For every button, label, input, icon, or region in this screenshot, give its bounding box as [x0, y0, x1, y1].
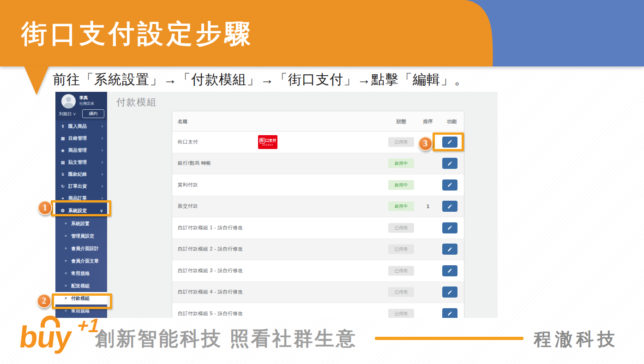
edit-button[interactable] [442, 222, 457, 233]
footer-divider-line [375, 337, 524, 340]
sidebar-item-label: 貼文管理 [68, 156, 87, 168]
double-chevron-icon: » [65, 280, 67, 292]
logo-word: buy [18, 319, 72, 354]
double-chevron-icon: » [65, 255, 67, 267]
submenu-item-admin-settings[interactable]: » 管理員設定 [55, 230, 107, 242]
sidebar-item-catalog[interactable]: ▦ 目錄管理 › [55, 132, 107, 144]
user-role: 社團賣家 [79, 101, 94, 106]
instruction-text: 前往「系統設置」→「付款模組」→「街口支付」→點擊「編輯」。 [53, 71, 468, 89]
table-row-bank-transfer: 銀行/郵局 轉帳 啟用中 [172, 153, 464, 175]
renew-button[interactable]: 續約 [82, 109, 104, 118]
table-row-custom-4: 自訂付款模組 4 - 請自行修改 已停用 [172, 282, 464, 304]
double-chevron-icon: » [65, 242, 67, 255]
status-badge: 已停用 [388, 309, 414, 318]
table-row-custom-2: 自訂付款模組 2 - 請自行修改 已停用 [172, 239, 464, 261]
company-name: 程澈科技 [534, 328, 619, 351]
chevron-right-icon: › [102, 132, 103, 144]
row-name: 街口支付 [178, 139, 198, 145]
jkopay-logo-sub: JKOPAY [262, 143, 274, 146]
sidebar-item-label: 匯款紀錄 [68, 168, 87, 180]
table-row-custom-3: 自訂付款模組 3 - 請自行修改 已停用 [172, 260, 464, 282]
submenu-item-label: 管理員設定 [71, 230, 94, 242]
expiry-dropdown[interactable]: 到期日 ∨ [59, 111, 76, 117]
user-name: 李異 [79, 95, 88, 101]
admin-main-content: 付款模組 名稱 狀態 排序 功能 街口支付 街口支付 JKOPAY 已停用 [107, 92, 498, 318]
table-row-custom-5: 自訂付款模組 5 - 請自行修改 已停用 [172, 303, 464, 318]
expiry-label: 到期日 [59, 112, 72, 116]
row-name: 自訂付款模組 4 - 請自行修改 [178, 289, 243, 295]
pencil-icon [447, 247, 452, 252]
submenu-item-label: 會員介面文章 [71, 255, 99, 267]
step-circle-2: 2 [37, 294, 51, 308]
submenu-item-member-ui-articles[interactable]: » 會員介面文章 [55, 255, 107, 267]
pencil-icon [447, 161, 452, 166]
footer-slogan: 創新智能科技 照看社群生意 [95, 326, 357, 352]
edit-button[interactable] [442, 158, 457, 169]
row-name: 面交付款 [178, 203, 198, 209]
double-chevron-icon: » [65, 230, 67, 242]
pencil-icon [447, 182, 452, 187]
edit-button[interactable] [442, 179, 457, 191]
column-header-name: 名稱 [178, 119, 187, 125]
edit-button[interactable] [442, 265, 457, 276]
sidebar-item-label: 訂單出貨 [68, 180, 87, 192]
table-row-cod: 貨到付款 啟用中 [172, 174, 464, 196]
sidebar-item-remittance[interactable]: $ 匯款紀錄 › [55, 168, 107, 180]
row-name: 自訂付款模組 5 - 請自行修改 [178, 310, 243, 317]
chevron-right-icon: › [102, 144, 103, 156]
submenu-item-member-ui-design[interactable]: » 會員介面設計 [55, 242, 107, 255]
avatar-head-shape [66, 97, 71, 102]
edit-button[interactable] [442, 286, 457, 298]
table-row-meetup-payment: 面交付款 啟用中 1 [172, 196, 464, 218]
chevron-right-icon: › [102, 120, 103, 132]
sidebar-item-import-products[interactable]: ⬆ 匯入商品 › [55, 120, 107, 132]
status-badge: 啟用中 [388, 159, 414, 168]
table-header: 名稱 狀態 排序 功能 [172, 111, 464, 131]
slide: 街口支付設定步驟 前往「系統設置」→「付款模組」→「街口支付」→點擊「編輯」。 … [0, 0, 644, 364]
double-chevron-icon: » [65, 267, 67, 280]
status-badge: 已停用 [388, 287, 414, 297]
column-header-function: 功能 [447, 119, 457, 125]
submenu-item-label: 配送模組 [71, 280, 90, 292]
jkopay-logo-boxed-char: 街 [259, 138, 265, 143]
post-icon: ▤ [60, 156, 66, 168]
column-header-status: 狀態 [388, 119, 414, 125]
buyplus1-logo: buy +1 [19, 316, 93, 357]
submenu-item-system-setup[interactable]: » 系統設置 [55, 217, 107, 230]
pencil-icon [447, 290, 452, 295]
highlight-box-step1 [51, 200, 111, 216]
column-header-order: 排序 [419, 119, 437, 125]
banner-tail-pointer [24, 66, 49, 95]
upload-icon: ⬆ [60, 120, 66, 132]
sidebar-item-label: 商品管理 [68, 144, 87, 156]
step-circle-3: 3 [418, 137, 433, 151]
double-chevron-icon: » [65, 217, 67, 230]
caret-down-icon: ∨ [73, 112, 77, 116]
avatar-body-shape [64, 103, 73, 108]
status-badge: 已停用 [388, 223, 414, 233]
table-row-custom-1: 自訂付款模組 1 - 請自行修改 已停用 [172, 217, 464, 239]
row-name: 銀行/郵局 轉帳 [178, 160, 211, 167]
content-page-title: 付款模組 [116, 96, 157, 108]
status-badge: 啟用中 [388, 202, 414, 211]
edit-button[interactable] [442, 308, 457, 318]
order-value: 1 [419, 204, 437, 209]
highlight-box-step2 [52, 293, 112, 309]
jkopay-logo: 街口支付 JKOPAY [258, 135, 277, 149]
pencil-icon [447, 225, 452, 230]
chevron-right-icon: › [102, 168, 103, 180]
submenu-item-common-specs[interactable]: » 常用規格 [55, 267, 107, 280]
sidebar-item-products[interactable]: ◆ 商品管理 › [55, 144, 107, 156]
submenu-item-shipping-modules[interactable]: » 配送模組 [55, 280, 107, 292]
jkopay-logo-rest: 口支付 [265, 138, 277, 143]
row-name: 自訂付款模組 2 - 請自行修改 [178, 246, 243, 252]
sidebar-item-shipping[interactable]: ↻ 訂單出貨 › [55, 180, 107, 192]
edit-button[interactable] [442, 244, 457, 255]
submenu-item-label: 會員介面設計 [71, 242, 99, 255]
edit-button[interactable] [442, 201, 457, 212]
shipping-icon: ↻ [60, 180, 66, 192]
submenu-item-label: 系統設置 [71, 217, 90, 230]
sidebar-item-posts[interactable]: ▤ 貼文管理 › [55, 156, 107, 168]
status-badge: 已停用 [388, 245, 414, 254]
admin-screenshot: 李異 社團賣家 到期日 ∨ 續約 ⬆ 匯入商品 › ▦ 目錄管理 › ◆ [55, 92, 498, 318]
